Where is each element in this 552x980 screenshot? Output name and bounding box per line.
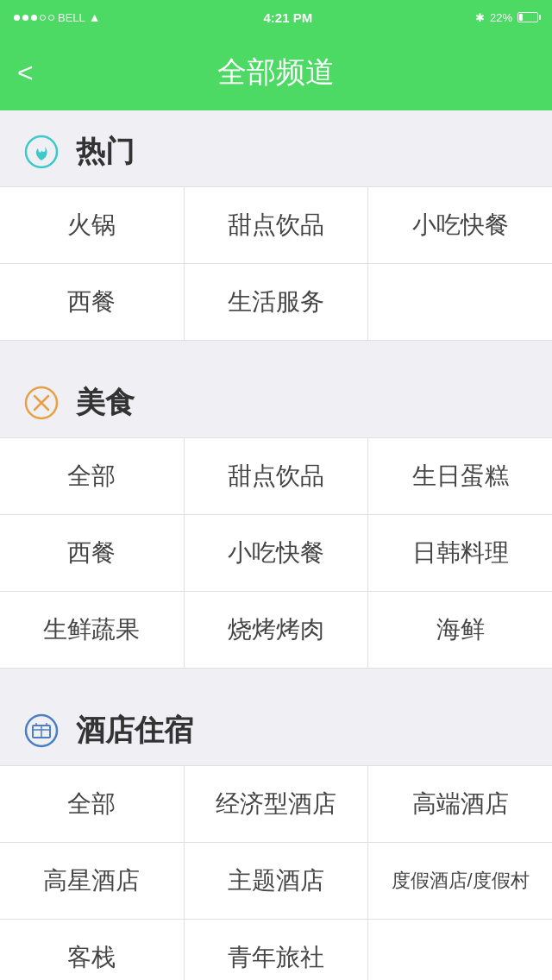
carrier-label: BELL	[58, 11, 85, 24]
status-left: BELL ▲	[14, 10, 101, 24]
battery-icon	[518, 12, 538, 22]
grid-row: 全部 甜点饮品 生日蛋糕	[0, 438, 552, 515]
section-title-hotel: 酒店住宿	[76, 711, 193, 751]
list-item[interactable]: 生日蛋糕	[368, 438, 552, 514]
list-item[interactable]: 全部	[0, 766, 185, 842]
section-hotel: 酒店住宿 全部 经济型酒店 高端酒店 高星酒店 主题酒店 度假酒店/度假村 客栈…	[0, 689, 552, 980]
list-item[interactable]: 客栈	[0, 920, 185, 980]
list-item[interactable]: 度假酒店/度假村	[368, 843, 552, 919]
grid-row: 西餐 小吃快餐 日韩料理	[0, 515, 552, 592]
section-header-food: 美食	[0, 382, 552, 437]
nav-bar: < 全部频道	[0, 35, 552, 110]
dot5	[48, 15, 54, 21]
grid-row: 西餐 生活服务	[0, 264, 552, 340]
list-item[interactable]: 日韩料理	[368, 515, 552, 591]
section-header-hotel: 酒店住宿	[0, 710, 552, 765]
signal-dots	[14, 15, 54, 21]
list-item[interactable]: 高星酒店	[0, 843, 185, 919]
section-hot: 热门 火锅 甜点饮品 小吃快餐 西餐 生活服务	[0, 110, 552, 341]
grid-row: 客栈 青年旅社	[0, 920, 552, 980]
list-item[interactable]: 全部	[0, 438, 185, 514]
list-item[interactable]: 火锅	[0, 187, 185, 263]
section-gap	[0, 669, 552, 689]
battery-fill	[519, 14, 523, 21]
wifi-icon: ▲	[89, 10, 101, 24]
dot4	[40, 15, 46, 21]
bluetooth-icon: ✱	[475, 11, 485, 24]
list-item[interactable]: 西餐	[0, 515, 185, 591]
food-icon	[21, 382, 62, 424]
grid-row: 火锅 甜点饮品 小吃快餐	[0, 187, 552, 264]
status-bar: BELL ▲ 4:21 PM ✱ 22%	[0, 0, 552, 35]
list-item[interactable]: 生活服务	[185, 264, 369, 340]
list-item[interactable]: 小吃快餐	[185, 515, 369, 591]
section-title-food: 美食	[76, 383, 135, 423]
list-item[interactable]: 青年旅社	[185, 920, 369, 980]
section-food: 美食 全部 甜点饮品 生日蛋糕 西餐 小吃快餐 日韩料理 生鲜蔬果 烧烤烤肉 海…	[0, 361, 552, 669]
grid-hotel: 全部 经济型酒店 高端酒店 高星酒店 主题酒店 度假酒店/度假村 客栈 青年旅社	[0, 765, 552, 980]
section-header-hot: 热门	[0, 131, 552, 186]
time-label: 4:21 PM	[263, 10, 312, 25]
content: 热门 火锅 甜点饮品 小吃快餐 西餐 生活服务	[0, 110, 552, 980]
dot2	[22, 15, 28, 21]
list-item-empty	[368, 920, 552, 980]
list-item[interactable]: 经济型酒店	[185, 766, 369, 842]
hot-icon	[21, 131, 62, 173]
hotel-icon	[21, 710, 62, 751]
section-title-hot: 热门	[76, 132, 135, 172]
dot1	[14, 15, 20, 21]
status-right: ✱ 22%	[475, 11, 538, 24]
list-item[interactable]: 生鲜蔬果	[0, 592, 185, 668]
list-item[interactable]: 甜点饮品	[185, 438, 369, 514]
grid-food: 全部 甜点饮品 生日蛋糕 西餐 小吃快餐 日韩料理 生鲜蔬果 烧烤烤肉 海鲜	[0, 437, 552, 669]
page-title: 全部频道	[217, 53, 335, 92]
grid-row: 全部 经济型酒店 高端酒店	[0, 766, 552, 843]
list-item[interactable]: 西餐	[0, 264, 185, 340]
grid-hot: 火锅 甜点饮品 小吃快餐 西餐 生活服务	[0, 186, 552, 341]
section-gap	[0, 341, 552, 361]
list-item[interactable]: 主题酒店	[185, 843, 369, 919]
grid-row: 生鲜蔬果 烧烤烤肉 海鲜	[0, 592, 552, 668]
back-button[interactable]: <	[17, 59, 34, 86]
list-item[interactable]: 小吃快餐	[368, 187, 552, 263]
battery-percent: 22%	[490, 11, 512, 24]
list-item[interactable]: 海鲜	[368, 592, 552, 668]
list-item-empty	[368, 264, 552, 340]
list-item[interactable]: 烧烤烤肉	[185, 592, 369, 668]
grid-row: 高星酒店 主题酒店 度假酒店/度假村	[0, 843, 552, 920]
list-item[interactable]: 高端酒店	[368, 766, 552, 842]
list-item[interactable]: 甜点饮品	[185, 187, 369, 263]
dot3	[31, 15, 37, 21]
